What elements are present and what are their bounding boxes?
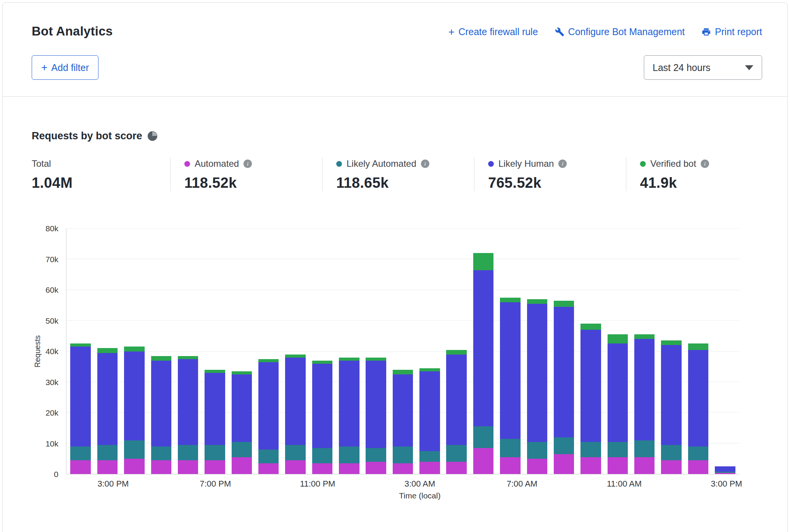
- section-title: Requests by bot score: [32, 130, 142, 142]
- stacked-bar: [70, 229, 90, 474]
- configure-bot-management-link[interactable]: Configure Bot Management: [555, 26, 685, 37]
- bar-15-600am[interactable]: [470, 229, 497, 474]
- stacked-bar: [285, 229, 305, 474]
- stacked-bar: [366, 229, 386, 474]
- stat-verified-bot-value: 41.9k: [640, 175, 709, 191]
- segment-automated: [661, 460, 681, 474]
- segment-verified-bot: [258, 359, 279, 362]
- segment-verified-bot: [151, 356, 171, 361]
- segment-likely-human: [366, 361, 386, 448]
- bar-23-200pm[interactable]: [685, 229, 711, 474]
- segment-automated: [205, 460, 225, 474]
- x-axis-title: Time (local): [100, 491, 739, 500]
- bars-layer: [66, 229, 739, 474]
- bar-10-100am[interactable]: [336, 229, 363, 474]
- bar-1-400pm[interactable]: [94, 229, 121, 474]
- bar-0-300pm[interactable]: [67, 229, 94, 474]
- stacked-bar: [688, 229, 708, 474]
- segment-verified-bot: [205, 370, 225, 373]
- stacked-bar: [205, 229, 225, 474]
- bar-16-700am[interactable]: [497, 229, 524, 474]
- segment-verified-bot: [634, 334, 655, 339]
- create-firewall-rule-link[interactable]: + Create firewall rule: [448, 26, 538, 37]
- segment-automated: [70, 460, 90, 474]
- stat-automated-label: Automated: [195, 158, 239, 169]
- y-tick-label: 30k: [45, 378, 58, 387]
- stacked-bar: [527, 229, 547, 474]
- segment-likely-automated: [366, 448, 386, 462]
- bar-4-700pm[interactable]: [174, 229, 201, 474]
- bar-13-400am[interactable]: [416, 229, 443, 474]
- segment-automated: [554, 454, 574, 474]
- stacked-bar: [97, 229, 118, 474]
- segment-verified-bot: [124, 347, 144, 351]
- segment-likely-human: [688, 350, 708, 447]
- segment-automated: [285, 460, 305, 474]
- segment-automated: [446, 462, 466, 474]
- bar-6-900pm[interactable]: [228, 229, 255, 474]
- stats-legend-row: Total 1.04M Automated i 118.52k Likely A…: [32, 157, 762, 191]
- segment-likely-automated: [124, 440, 144, 459]
- segment-verified-bot: [419, 368, 440, 371]
- info-icon[interactable]: i: [243, 160, 252, 168]
- segment-automated: [688, 460, 708, 474]
- print-report-link[interactable]: Print report: [701, 26, 762, 37]
- time-range-select[interactable]: Last 24 hours: [644, 55, 762, 80]
- segment-automated: [151, 460, 171, 474]
- segment-likely-automated: [527, 442, 547, 459]
- stat-automated-value: 118.52k: [184, 175, 322, 191]
- segment-automated: [97, 460, 118, 474]
- bar-3-600pm[interactable]: [148, 229, 174, 474]
- bar-2-500pm[interactable]: [121, 229, 148, 474]
- info-icon[interactable]: i: [421, 160, 429, 168]
- bar-18-900am[interactable]: [550, 229, 577, 474]
- bar-9-1200am[interactable]: [309, 229, 335, 474]
- bar-19-1000am[interactable]: [577, 229, 604, 474]
- time-range-value: Last 24 hours: [653, 62, 711, 73]
- segment-verified-bot: [393, 370, 413, 374]
- segment-automated: [580, 457, 601, 474]
- card-body: Requests by bot score Total 1.04M Automa…: [3, 97, 787, 500]
- bar-5-800pm[interactable]: [202, 229, 228, 474]
- bar-8-1100pm[interactable]: [282, 229, 309, 474]
- likely-human-legend-dot: [488, 161, 494, 167]
- segment-likely-human: [715, 466, 735, 472]
- segment-automated: [473, 448, 493, 474]
- bar-12-300am[interactable]: [389, 229, 416, 474]
- segment-likely-human: [527, 304, 547, 442]
- segment-likely-human: [393, 374, 413, 447]
- segment-automated: [178, 460, 198, 474]
- bar-21-1200pm[interactable]: [631, 229, 658, 474]
- stat-likely-human: Likely Human i 765.52k: [474, 157, 626, 191]
- stacked-bar: [500, 229, 520, 474]
- info-icon[interactable]: i: [558, 160, 567, 168]
- segment-verified-bot: [339, 358, 359, 361]
- stacked-bar: [419, 229, 440, 474]
- segment-automated: [258, 463, 279, 474]
- bar-17-800am[interactable]: [524, 229, 550, 474]
- segment-likely-automated: [393, 447, 413, 463]
- bar-14-500am[interactable]: [443, 229, 470, 474]
- segment-likely-human: [661, 345, 681, 445]
- segment-verified-bot: [473, 253, 493, 270]
- bar-20-1100am[interactable]: [604, 229, 631, 474]
- bar-24-300pm[interactable]: [712, 229, 738, 474]
- info-icon[interactable]: i: [701, 160, 709, 168]
- bar-7-1000pm[interactable]: [255, 229, 282, 474]
- segment-automated: [124, 459, 144, 474]
- segment-likely-human: [151, 361, 171, 447]
- x-tick-label: 11:00 AM: [607, 479, 642, 489]
- bar-11-200am[interactable]: [363, 229, 389, 474]
- segment-verified-bot: [70, 343, 90, 347]
- segment-verified-bot: [446, 350, 466, 355]
- segment-verified-bot: [500, 298, 520, 302]
- stat-likely-automated-value: 118.65k: [336, 175, 474, 191]
- bar-22-100pm[interactable]: [658, 229, 685, 474]
- add-filter-button[interactable]: + Add filter: [32, 55, 98, 80]
- segment-verified-bot: [178, 356, 198, 359]
- segment-likely-human: [446, 355, 466, 445]
- segment-likely-human: [554, 307, 574, 437]
- segment-verified-bot: [232, 371, 252, 374]
- segment-likely-automated: [205, 445, 225, 460]
- segment-likely-human: [97, 353, 118, 445]
